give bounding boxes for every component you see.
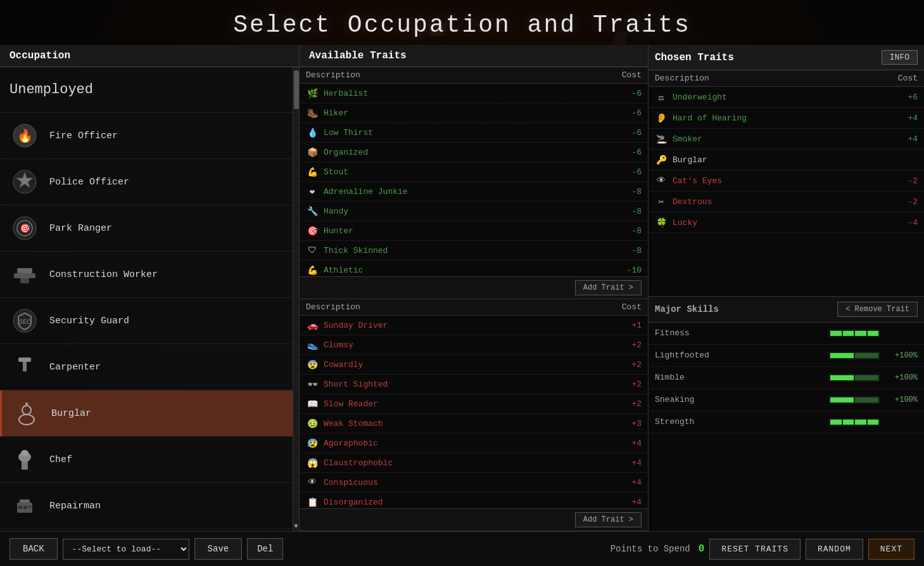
skill-name: Strength: [655, 417, 829, 427]
back-button[interactable]: BACK: [9, 538, 58, 560]
chef-name: Chef: [49, 454, 72, 465]
trait-icon: 🌿: [306, 87, 319, 100]
negative-trait-item[interactable]: 👟 Clumsy +2: [300, 335, 648, 355]
negative-trait-item[interactable]: 🚗 Sunday Driver +1: [300, 316, 648, 335]
next-button[interactable]: NEXT: [868, 539, 915, 560]
chosen-trait-item[interactable]: ✂ Dextrous -2: [649, 191, 924, 212]
negative-trait-item[interactable]: 😱 Claustrophobic +4: [300, 453, 648, 473]
occ-scroll-down[interactable]: ▼: [293, 522, 300, 531]
positive-trait-item[interactable]: 💪 Stout -6: [300, 162, 648, 182]
chosen-trait-name: Dextrous: [673, 197, 892, 207]
trait-icon: 🛡: [306, 244, 319, 257]
load-select[interactable]: --Select to load--: [63, 539, 189, 560]
skill-pip: [855, 397, 878, 402]
skill-pip: [855, 420, 866, 425]
random-button[interactable]: RANDOM: [806, 539, 863, 560]
neg-trait-name: Short Sighted: [324, 380, 616, 389]
chosen-trait-item[interactable]: 🚬 Smoker +4: [649, 129, 924, 150]
positive-trait-item[interactable]: 🎯 Hunter -8: [300, 221, 648, 241]
trait-cost: -8: [616, 187, 642, 196]
chosen-trait-item[interactable]: 👂 Hard of Hearing +4: [649, 108, 924, 129]
positive-trait-item[interactable]: 💪 Athletic -10: [300, 260, 648, 276]
skill-pip: [843, 420, 854, 425]
neg-trait-cost: +4: [616, 478, 642, 487]
trait-name: Thick Skinned: [324, 246, 616, 255]
chosen-trait-icon: 🍀: [655, 216, 668, 229]
occupation-item-fire-officer[interactable]: 🔥 Fire Officer: [0, 113, 293, 159]
add-trait-button-bottom[interactable]: Add Trait >: [575, 512, 642, 527]
positive-trait-item[interactable]: 💧 Low Thirst -6: [300, 123, 648, 143]
svg-rect-13: [18, 357, 31, 362]
del-button[interactable]: Del: [247, 538, 283, 560]
trait-name: Handy: [324, 207, 616, 216]
bottom-right: Points to Spend 0 RESET TRAITS RANDOM NE…: [611, 539, 915, 560]
svg-rect-22: [18, 506, 22, 509]
occupation-item-burglar[interactable]: Burglar: [0, 390, 293, 437]
occupation-item-repairman[interactable]: Repairman: [0, 483, 293, 529]
points-value: 0: [699, 543, 705, 555]
occupation-item-security-guard[interactable]: SEC Security Guard: [0, 298, 293, 344]
occupation-item-carpenter[interactable]: Carpenter: [0, 344, 293, 390]
occupation-item-park-ranger[interactable]: 🎯 Park Ranger: [0, 205, 293, 252]
occ-scrollbar-thumb[interactable]: [294, 71, 299, 109]
neg-trait-icon: 👟: [306, 338, 319, 351]
occupation-scrollbar[interactable]: ▲ ▼: [293, 67, 299, 531]
chosen-trait-item[interactable]: ⚖ Underweight +6: [649, 87, 924, 108]
positive-trait-item[interactable]: 🥾 Hiker -6: [300, 103, 648, 123]
trait-cost: -6: [616, 89, 642, 98]
positive-trait-item[interactable]: 🔧 Handy -8: [300, 202, 648, 221]
chosen-trait-cost: -2: [892, 197, 918, 207]
positive-trait-item[interactable]: 📦 Organized -6: [300, 143, 648, 162]
trait-icon: 🔧: [306, 205, 319, 217]
negative-trait-item[interactable]: 📖 Slow Reader +2: [300, 394, 648, 414]
skill-item: Fitness: [649, 323, 924, 345]
negative-trait-item[interactable]: 🤢 Weak Stomach +3: [300, 414, 648, 434]
reset-traits-button[interactable]: RESET TRAITS: [709, 539, 801, 560]
trait-cost: -6: [616, 167, 642, 177]
svg-text:🔥: 🔥: [17, 128, 33, 144]
bottom-bar: BACK --Select to load-- Save Del Points …: [0, 531, 924, 566]
occupation-item-police-officer[interactable]: Police Officer: [0, 159, 293, 205]
svg-rect-24: [28, 506, 31, 508]
content-area: Occupation Unemployed 🔥: [0, 45, 924, 531]
skill-bar: [829, 330, 880, 337]
add-trait-button[interactable]: Add Trait >: [575, 280, 642, 295]
remove-trait-button[interactable]: < Remove Trait: [837, 302, 918, 317]
positive-trait-item[interactable]: 🛡 Thick Skinned -8: [300, 241, 648, 260]
save-button[interactable]: Save: [194, 538, 243, 560]
info-button[interactable]: INFO: [882, 50, 918, 65]
occupation-item-construction-worker[interactable]: Construction Worker: [0, 252, 293, 298]
skill-name: Sneaking: [655, 395, 829, 404]
neg-trait-cost: +4: [616, 439, 642, 448]
page-title: Select Occupation and Traits: [0, 11, 924, 39]
chosen-trait-name: Lucky: [673, 218, 892, 228]
negative-trait-item[interactable]: 👁 Conspicuous +4: [300, 473, 648, 492]
svg-rect-7: [14, 273, 35, 278]
chosen-trait-item[interactable]: 👁 Cat's Eyes -2: [649, 170, 924, 191]
unemployed-label: Unemployed: [9, 82, 93, 98]
negative-trait-item[interactable]: 📋 Disorganized +4: [300, 492, 648, 508]
neg-trait-name: Sunday Driver: [324, 321, 616, 330]
skills-list: Fitness Lightfooted +100% Nimble +100% S…: [649, 323, 924, 532]
negative-trait-item[interactable]: 👓 Short Sighted +2: [300, 375, 648, 394]
skill-pip: [830, 375, 854, 380]
occupation-item-chef[interactable]: Chef: [0, 437, 293, 483]
chosen-trait-icon: 🚬: [655, 132, 668, 145]
positive-trait-item[interactable]: ❤️ Adrenaline Junkie -8: [300, 182, 648, 202]
occupation-item-unemployed[interactable]: Unemployed: [0, 67, 293, 113]
chosen-trait-item[interactable]: 🔑 Burglar: [649, 150, 924, 170]
traits-panel: Available Traits Description Cost 🌿 Herb…: [300, 45, 649, 531]
trait-icon: 📦: [306, 146, 319, 158]
svg-rect-25: [20, 499, 30, 503]
trait-icon: 💪: [306, 264, 319, 276]
svg-text:SEC: SEC: [19, 319, 30, 326]
negative-trait-item[interactable]: 😰 Agoraphobic +4: [300, 434, 648, 453]
chosen-trait-item[interactable]: 🍀 Lucky -4: [649, 212, 924, 233]
trait-icon: 💪: [306, 165, 319, 178]
negative-trait-item[interactable]: 😨 Cowardly +2: [300, 355, 648, 375]
positive-trait-item[interactable]: 🌿 Herbalist -6: [300, 84, 648, 103]
skill-pip: [830, 331, 842, 336]
svg-point-15: [19, 415, 34, 425]
skill-item: Nimble +100%: [649, 367, 924, 389]
neg-trait-cost: +2: [616, 360, 642, 370]
